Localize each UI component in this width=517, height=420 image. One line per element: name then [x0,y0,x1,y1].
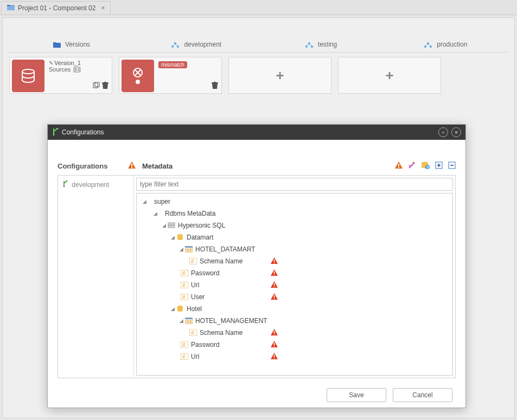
twisty-icon[interactable]: ◢ [152,211,158,216]
tree-row[interactable]: # Password [138,267,451,279]
copy-icon[interactable] [92,82,100,91]
tree-label: Hotel [187,305,202,313]
tree-row[interactable]: ◢ HOTEL_DATAMART [138,243,451,255]
twisty-icon[interactable]: ◢ [141,199,148,204]
svg-text:#: # [182,270,186,276]
tree-row[interactable]: ◢ Hypersonic SQL [138,219,451,231]
tree-row[interactable]: ◢ super [138,196,451,208]
svg-rect-45 [274,295,275,298]
svg-rect-57 [274,346,275,347]
modal-header: Configurations ▫ × [48,125,465,140]
modal-body: Configurations Metadata [48,140,465,408]
cancel-button[interactable]: Cancel [393,388,452,402]
trash-icon[interactable] [212,82,218,91]
env-development[interactable]: development [61,179,130,190]
pill-production[interactable]: production [383,37,508,52]
close-button[interactable]: × [451,127,461,137]
wand-icon[interactable] [408,161,416,171]
tree-row[interactable]: # Password [138,339,451,351]
sources-label: Sources [49,66,71,73]
mismatch-badge: mismatch [158,61,187,68]
db-refresh-icon[interactable] [421,161,430,171]
twisty-icon[interactable]: ◢ [169,235,176,240]
close-tab-icon[interactable]: × [101,4,105,12]
tree-container[interactable]: ◢ super ◢ Rdbms MetaData ◢ [136,193,453,376]
svg-text:#: # [182,294,186,300]
twisty-icon[interactable]: ◢ [169,306,176,312]
configurations-label: Configurations [58,162,122,170]
pill-versions-label: Versions [65,41,90,48]
pill-development[interactable]: development [134,37,259,52]
save-button[interactable]: Save [327,388,386,402]
trash-icon[interactable] [102,82,108,91]
svg-rect-61 [274,358,275,359]
svg-point-24 [63,186,65,187]
warning-icon [271,341,278,349]
field-icon: # [189,328,197,337]
tree-label: Password [191,341,220,348]
twisty-icon[interactable]: ◢ [178,318,184,324]
tree-row[interactable]: ◢ Hotel [138,303,451,315]
tree-row[interactable]: # Url [138,279,451,291]
twisty-icon[interactable]: ◢ [161,223,167,228]
tree-row[interactable]: ◢ Datamart [138,231,451,243]
card-version-name: Version_1 [54,60,81,66]
tree-label: Datamart [187,234,213,241]
tree-label: Password [191,269,220,277]
minimize-button[interactable]: ▫ [438,127,448,137]
card-add-production[interactable]: + [338,57,441,94]
card-version[interactable]: ✎Version_1 Sources 1 [9,57,112,94]
svg-rect-26 [168,223,175,225]
field-icon: # [180,293,189,301]
config-main: development ◢ super ◢ [58,175,456,378]
workspace: Versions development testing production … [2,17,515,418]
tree-row[interactable]: # User [138,291,451,303]
svg-rect-33 [274,259,275,262]
database-icon [12,60,44,92]
branch-icon [62,181,69,189]
pill-production-label: production [437,41,467,48]
svg-rect-17 [131,167,132,168]
svg-text:#: # [182,342,186,348]
pill-versions[interactable]: Versions [9,37,134,52]
svg-point-15 [57,128,59,130]
svg-point-9 [22,69,34,74]
svg-rect-56 [274,343,275,345]
pill-testing[interactable]: testing [259,37,384,52]
pillbar: Versions development testing production [9,35,508,53]
tree-row[interactable]: ◢ HOTEL_MANAGEMENT [138,315,451,327]
toolbar-warning-icon[interactable] [395,161,403,171]
table-icon [184,316,193,325]
card-add-testing[interactable]: + [228,57,331,94]
edit-icon[interactable]: ✎ [49,60,53,66]
tree-row[interactable]: # Url [138,351,451,363]
env-label: development [72,181,109,189]
cylinder-icon [176,233,184,242]
svg-rect-41 [274,283,275,286]
tree-row[interactable]: # Schema Name [138,255,451,267]
card-development[interactable]: mismatch [119,57,222,94]
svg-rect-19 [398,167,399,168]
cards-row: ✎Version_1 Sources 1 mismatch + + [9,57,508,94]
tools-icon [122,60,154,92]
svg-rect-16 [131,164,132,166]
tree-row[interactable]: # Schema Name [138,327,451,339]
configurations-modal: Configurations ▫ × Configurations Metada… [47,124,466,408]
twisty-icon[interactable]: ◢ [178,247,184,252]
collapse-all-icon[interactable] [448,161,456,171]
tree-label: Rdbms MetaData [165,210,215,217]
tree-row[interactable]: ◢ Rdbms MetaData [138,208,451,219]
filter-input[interactable] [136,178,453,191]
warning-icon [271,329,278,337]
svg-text:#: # [182,354,186,360]
svg-rect-49 [185,318,193,319]
pill-development-label: development [184,41,221,48]
project-tab[interactable]: Project 01 - Component 02 × [1,1,111,15]
table-icon [184,245,193,254]
field-icon: # [189,257,197,266]
svg-rect-37 [274,271,275,274]
expand-all-icon[interactable] [435,161,443,171]
svg-text:#: # [191,259,194,264]
field-icon: # [180,281,189,289]
svg-rect-60 [274,354,275,357]
